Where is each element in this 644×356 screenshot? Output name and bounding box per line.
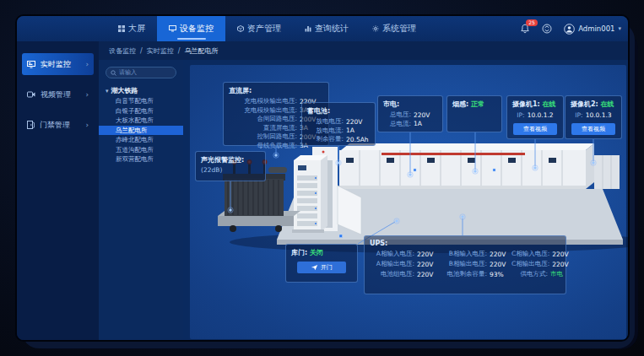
sidebar-item-label: 视频管理 — [41, 89, 71, 100]
sidebar-item-video-manage[interactable]: 视频管理 › — [22, 84, 94, 105]
tab-assets[interactable]: 资产管理 — [225, 16, 293, 41]
view-video-button[interactable]: 查看视频 — [513, 123, 557, 135]
panel-title: 蓄电池: — [307, 106, 370, 116]
notifications-button[interactable]: 25 — [520, 24, 530, 34]
switchgear-cabinets — [339, 143, 594, 189]
sidebar-item-realtime-monitor[interactable]: 实时监控 › — [22, 53, 94, 75]
ups-panel: UPS: A相输入电压:220V B相输入电压:220V C相输入电压:220V… — [364, 235, 566, 294]
tab-dashboard[interactable]: 大屏 — [106, 16, 157, 41]
username: Admin001 — [578, 24, 614, 33]
tree-root-label: 湖大铁路 — [111, 86, 138, 95]
tab-label: 资产管理 — [247, 23, 281, 35]
breadcrumb-separator: / — [140, 47, 143, 55]
gear-icon — [372, 25, 379, 32]
power-supply-mode: 市电 — [550, 270, 571, 278]
panel-title: 声光报警监控: — [201, 155, 260, 165]
video-camera-icon — [27, 91, 35, 98]
tree-item-station[interactable]: 大板水配电所 — [99, 116, 183, 126]
camera1-status: 在线 — [543, 100, 556, 108]
panel-title: 市电: — [383, 100, 437, 109]
fullscreen-button[interactable] — [542, 21, 552, 37]
tree-item-station[interactable]: 白音节配电所 — [99, 96, 183, 106]
breadcrumb-item[interactable]: 实时监控 — [147, 46, 174, 56]
tab-label: 大屏 — [128, 23, 145, 35]
monitor-icon — [169, 25, 176, 32]
smoke-sensor-panel: 烟感: 正常 — [446, 95, 502, 132]
warehouse-door-panel: 库门: 关闭 开门 — [285, 244, 358, 283]
tab-label: 设备监控 — [180, 23, 214, 35]
camera1-ip: 10.0.1.2 — [528, 111, 554, 119]
sidebar-item-access-control[interactable]: 门禁管理 › — [22, 114, 94, 136]
main-content: 直流屏: 充电模块输出电压:220V 充电模块输出电流:3A 合闸回路电压:20… — [183, 60, 630, 342]
camera2-ip: 10.0.1.3 — [586, 111, 612, 119]
top-navbar: 大屏 设备监控 资产管理 查询统计 — [17, 16, 630, 41]
chart-bars-icon — [305, 25, 311, 32]
search-input[interactable] — [119, 69, 171, 76]
caret-down-icon: ▾ — [106, 88, 109, 94]
sidebar-item-label: 实时监控 — [41, 59, 71, 70]
station-tree-panel: ▾ 湖大铁路 白音节配电所 白银子配电所 大板水配电所 乌兰配电所 赤峰北配电所… — [99, 60, 183, 342]
panel-title: 烟感: — [452, 100, 468, 108]
camera1-panel: 摄像机1: 在线 IP:10.0.1.2 查看视频 — [506, 95, 564, 139]
app-window: 大屏 设备监控 资产管理 查询统计 — [15, 14, 630, 342]
chevron-right-icon: › — [85, 90, 89, 99]
breadcrumb: 设备监控 / 实时监控 / 乌兰配电所 — [99, 41, 630, 60]
realtime-monitor-icon — [27, 61, 35, 68]
fullscreen-icon — [542, 24, 552, 34]
door-status: 关闭 — [310, 249, 323, 256]
floor-marker — [339, 235, 343, 238]
user-avatar-icon — [564, 24, 575, 35]
mains-power-panel: 市电: 总电压:220V 总电流:1A — [377, 95, 443, 132]
breadcrumb-item[interactable]: 设备监控 — [109, 46, 136, 56]
panel-title: 摄像机1: — [512, 100, 540, 108]
right-cabinets — [594, 155, 620, 189]
camera2-status: 在线 — [601, 100, 614, 108]
user-menu[interactable]: Admin001 ▾ — [564, 24, 621, 35]
panel-title: UPS: — [370, 240, 560, 247]
navbar-right-cluster: 25 Admin001 ▾ — [520, 16, 621, 41]
sound-light-alarm-panel: 声光报警监控: (22dB) — [195, 151, 266, 181]
big-screen-icon — [118, 25, 125, 32]
search-icon — [111, 70, 116, 76]
battery-panel: 蓄电池: 放电电压:220V 放电电流:1A 剩余容量:20.5Ah — [301, 102, 376, 146]
door-access-icon — [27, 121, 35, 129]
tab-statistics[interactable]: 查询统计 — [293, 16, 360, 41]
tab-system[interactable]: 系统管理 — [360, 16, 428, 41]
smoke-status: 正常 — [471, 100, 484, 108]
tree-root-node[interactable]: ▾ 湖大铁路 — [99, 85, 183, 96]
asset-box-icon — [237, 25, 244, 32]
notification-badge: 25 — [526, 19, 538, 26]
breadcrumb-separator: / — [178, 47, 181, 55]
tree-item-station[interactable]: 新双营配电所 — [99, 154, 183, 165]
chevron-down-icon: ▾ — [618, 25, 621, 32]
send-icon — [311, 264, 318, 271]
noise-value: (22dB) — [201, 166, 260, 174]
tab-label: 系统管理 — [382, 23, 416, 35]
chevron-right-icon: › — [85, 60, 89, 68]
tree-item-station[interactable]: 五道沟配电所 — [99, 145, 183, 155]
sidebar: 实时监控 › 视频管理 › 门禁管理 › — [17, 41, 99, 342]
panel-title: 摄像机2: — [571, 100, 598, 108]
sidebar-item-label: 门禁管理 — [40, 120, 70, 131]
battery-cabinet — [292, 155, 327, 233]
tree-item-station[interactable]: 白银子配电所 — [99, 106, 183, 116]
view-video-button[interactable]: 查看视频 — [571, 123, 615, 135]
panel-title: 库门: — [291, 249, 307, 256]
tab-label: 查询统计 — [315, 23, 349, 35]
chevron-right-icon: › — [85, 121, 89, 129]
tree-item-station-selected[interactable]: 乌兰配电所 — [99, 126, 183, 136]
tree-search-box[interactable] — [106, 67, 176, 78]
breadcrumb-current: 乌兰配电所 — [184, 46, 218, 56]
panel-title: 直流屏: — [229, 86, 323, 95]
nav-tabs: 大屏 设备监控 资产管理 查询统计 — [106, 16, 428, 41]
ups-grid: A相输入电压:220V B相输入电压:220V C相输入电压:220V A相输出… — [370, 249, 560, 279]
tree-item-station[interactable]: 赤峰北配电所 — [99, 135, 183, 145]
open-door-button[interactable]: 开门 — [297, 262, 346, 273]
tab-device-monitor[interactable]: 设备监控 — [157, 16, 225, 41]
camera2-panel: 摄像机2: 在线 IP:10.0.1.3 查看视频 — [565, 95, 622, 139]
